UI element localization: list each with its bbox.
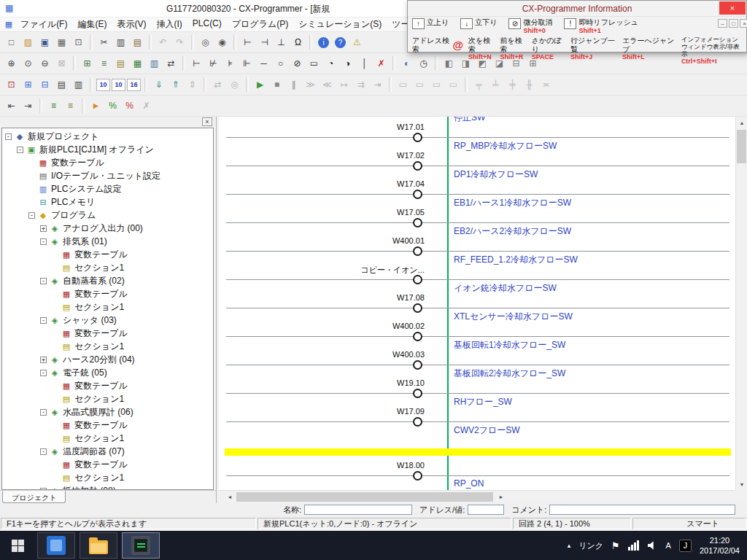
scroll-up-button[interactable]: ▲ [736,117,747,128]
output-pane-icon[interactable]: ▤ [54,77,69,93]
tree-item[interactable]: -◈抵抗加熱 (08) [2,484,213,490]
info-icon[interactable]: i [318,37,329,48]
redo-icon[interactable]: ↷ [172,35,187,50]
rung-address[interactable]: W17.08 [299,293,425,302]
tree-item-label[interactable]: ハース20分割 (04) [63,354,135,366]
tree-item-label[interactable]: セクション1 [74,393,124,405]
pause-at-point-icon[interactable]: ⇥ [370,77,385,93]
tree-item[interactable]: -◆新規プロジェクト [2,130,213,143]
action-center-flag-icon[interactable]: ⚑ [611,540,620,551]
tree-item[interactable]: ▦変数テーブル [2,327,213,340]
symbol-table-icon[interactable]: ▦ [130,56,145,71]
data-trace-icon[interactable]: ╫ [522,77,537,93]
collapse-toggle-icon[interactable]: - [17,147,23,153]
rung-address[interactable]: コピー・イオン... [299,265,425,276]
cross-reference-icon[interactable]: ⇄ [163,56,179,71]
continuous-step-icon[interactable]: ⇉ [353,77,368,93]
child-close-button[interactable]: × [740,19,747,28]
child-restore-button[interactable]: □ [729,19,738,28]
contact-symbol[interactable] [413,471,422,481]
tree-item-label[interactable]: シャッタ (03) [63,314,117,327]
tree-item[interactable]: ▦変数テーブル [2,379,213,392]
palette-window-icon[interactable]: ◧ [441,56,457,71]
tree-item-label[interactable]: 変数テーブル [74,380,128,392]
undo-icon[interactable]: ↶ [155,35,171,50]
counter-icon[interactable]: ◑ [340,56,355,71]
tree-item-label[interactable]: 電子銃 (05) [63,367,107,379]
differential-down-monitor-icon[interactable]: ╧ [488,77,503,93]
rung-comment[interactable]: CWV2フローSW [454,424,520,437]
ladder-vertical-scrollbar[interactable]: ▲ ▼ [735,117,747,490]
tree-item[interactable]: ▤セクション1 [2,300,213,314]
expand-toggle-icon[interactable]: + [40,357,47,363]
signed-decimal-display-icon[interactable]: 10 [112,79,125,91]
open-coil-icon[interactable]: ○ [273,56,288,71]
rung-comment[interactable]: RP_ON [454,478,484,489]
timer-icon[interactable]: ◔ [323,56,338,71]
rung-comment[interactable]: 基板回転1冷却水フロー_SW [454,339,565,351]
copy-icon[interactable]: ▥ [113,35,128,50]
collapse-toggle-icon[interactable]: - [28,212,35,219]
new-file-icon[interactable]: □ [4,35,19,50]
decimal-display-icon[interactable]: 10 [96,79,110,91]
tree-item-label[interactable]: セクション1 [74,301,124,314]
tree-item[interactable]: -◈シャッタ (03) [2,314,213,327]
rung-address[interactable]: W17.04 [299,179,425,188]
show-sections-icon[interactable]: ▤ [113,56,128,71]
set-value-icon[interactable]: ▭ [446,77,461,93]
menu-item-2[interactable]: 編集(E) [72,18,112,31]
watch-window-icon[interactable]: ▥ [147,56,162,71]
rung-address[interactable]: W17.02 [299,151,425,160]
tree-item[interactable]: -◆プログラム [2,209,213,222]
outdent-rung-icon[interactable]: ⇤ [4,98,19,114]
step-back-icon[interactable]: ≪ [320,77,335,93]
force-on-icon[interactable]: ▭ [395,77,411,93]
tree-item-label[interactable]: 変数テーブル [74,249,128,261]
ladder-horizontal-scrollbar[interactable]: ◄ ► [219,490,735,502]
tree-item[interactable]: -◈自動蒸着系 (02) [2,274,213,287]
clear-marks-icon[interactable]: ✗ [139,98,154,114]
ime-language-icon[interactable]: J [679,540,692,552]
warning-icon[interactable]: ⚠ [349,35,365,50]
rung-comment[interactable]: イオン銃冷却水フローSW [454,282,557,295]
watch-pane-icon[interactable]: ▥ [71,77,86,93]
time-chart-icon[interactable]: ≍ [538,77,554,93]
tree-item[interactable]: -▣新規PLC1[CJ1M] オフライン [2,143,213,156]
find-icon[interactable]: ◎ [198,35,213,50]
network-icon[interactable] [628,540,640,551]
menu-item-1[interactable]: ファイル(F) [15,18,72,31]
volume-icon[interactable] [648,541,658,551]
zoom-custom-icon[interactable]: ⊙ [20,56,36,71]
tree-item[interactable]: ▦変数テーブル [2,248,213,261]
tree-item-label[interactable]: 変数テーブル [74,459,128,471]
tree-item-label[interactable]: プログラム [51,209,96,222]
new-closed-contact-icon[interactable]: ⊬ [206,56,221,71]
rung-comment[interactable]: RP_MBP冷却水フローSW [454,140,557,152]
rung-address[interactable]: W18.00 [299,461,425,470]
step-run-icon[interactable]: ≫ [303,77,318,93]
force-cancel-icon[interactable]: ▭ [429,77,444,93]
tree-item[interactable]: -◈排気系 (01) [2,235,213,248]
contact-symbol[interactable] [413,190,422,199]
collapse-toggle-icon[interactable]: - [40,238,47,245]
tree-item-label[interactable]: I/Oテーブル・ユニット設定 [51,170,160,182]
contact-symbol[interactable] [413,389,422,398]
tree-item[interactable]: +◈アナログ入出力 (00) [2,222,213,235]
expand-toggle-icon[interactable]: + [40,225,47,232]
contact-symbol[interactable] [413,218,422,228]
rung-address[interactable]: W400.03 [299,350,425,359]
tree-item[interactable]: ▦変数テーブル [2,287,213,300]
rung-comment-list-icon[interactable]: ≡ [46,98,61,114]
scroll-left-button[interactable]: ◄ [225,491,235,502]
monitor-rate-down-icon[interactable]: % [122,98,137,114]
rung-address[interactable]: W17.09 [299,407,425,416]
rung-comment[interactable]: 停止SW [454,117,485,124]
tree-item[interactable]: ▤セクション1 [2,392,213,405]
tree-item-label[interactable]: PLCメモリ [51,196,95,209]
pairing-monitor-icon[interactable]: ╪ [505,77,520,93]
tree-item-label[interactable]: 変数テーブル [74,327,128,340]
tree-item[interactable]: ▦変数テーブル [2,458,213,471]
monitor-mode-icon[interactable]: ◎ [227,77,242,93]
instruction-symbol-icon[interactable]: Ω [290,35,306,50]
menu-item-6[interactable]: プログラム(P) [227,18,293,31]
